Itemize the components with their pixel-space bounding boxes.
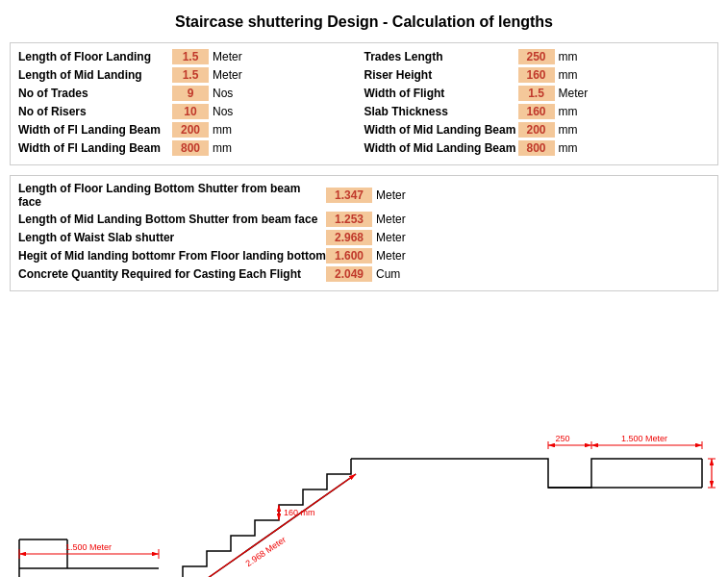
result-value-3: 2.968 (326, 230, 372, 245)
value-no-trades: 9 (172, 86, 209, 101)
result-label-3: Length of Waist Slab shutter (18, 231, 326, 244)
label-riser-height: Riser Height (364, 68, 518, 82)
input-row-4: No of Risers 10 Nos (18, 104, 364, 119)
result-row-2: Length of Mid Landing Bottom Shutter fro… (18, 212, 710, 227)
label-160: 160 mm (284, 508, 315, 517)
value-fl-beam-1: 200 (172, 122, 209, 138)
label-fl-beam-1: Width of Fl Landing Beam (18, 123, 172, 137)
result-unit-1: Meter (376, 188, 406, 202)
result-row-1: Length of Floor Landing Bottom Shutter f… (18, 182, 710, 209)
value-width-flight: 1.5 (518, 86, 555, 101)
value-riser-height: 160 (518, 67, 555, 83)
label-mid-beam-1: Width of Mid Landing Beam (364, 123, 518, 137)
unit-no-risers: Nos (213, 105, 233, 118)
result-label-1: Length of Floor Landing Bottom Shutter f… (18, 182, 326, 209)
result-unit-4: Meter (376, 249, 406, 263)
input-row-6: Width of Fl Landing Beam 800 mm (18, 140, 364, 156)
label-1500-top: 1.500 Meter (621, 434, 667, 443)
input-row-r4: Slab Thickness 160 mm (364, 104, 711, 119)
results-section: Length of Floor Landing Bottom Shutter f… (10, 175, 718, 291)
input-row-2: Length of Mid Landing 1.5 Meter (18, 67, 364, 83)
label-mid-landing: Length of Mid Landing (18, 68, 172, 82)
label-no-risers: No of Risers (18, 105, 172, 118)
label-1500-left: 1.500 Meter (65, 542, 112, 552)
input-row-r3: Width of Flight 1.5 Meter (364, 86, 711, 101)
value-mid-beam-2: 800 (518, 140, 555, 156)
staircase-diagram: 250 1.500 Meter 1.253 Meter 1.500 Meter … (10, 299, 721, 577)
value-floor-landing: 1.5 (172, 49, 209, 64)
label-250: 250 (555, 434, 569, 443)
label-2968: 2.968 Meter (244, 535, 288, 568)
label-mid-beam-2: Width of Mid Landing Beam (364, 141, 518, 155)
label-width-flight: Width of Flight (364, 87, 518, 100)
result-label-5: Concrete Quantity Required for Casting E… (18, 267, 326, 281)
value-mid-beam-1: 200 (518, 122, 555, 138)
result-value-5: 2.049 (326, 266, 372, 282)
unit-fl-beam-1: mm (213, 123, 232, 137)
unit-width-flight: Meter (559, 87, 589, 100)
value-fl-beam-2: 800 (172, 140, 209, 156)
result-unit-5: Cum (376, 267, 400, 281)
result-row-5: Concrete Quantity Required for Casting E… (18, 266, 710, 282)
unit-mid-beam-1: mm (559, 123, 578, 137)
label-fl-beam-2: Width of Fl Landing Beam (18, 141, 172, 155)
inputs-left: Length of Floor Landing 1.5 Meter Length… (18, 49, 364, 159)
input-row-1: Length of Floor Landing 1.5 Meter (18, 49, 364, 64)
label-slab-thickness: Slab Thickness (364, 105, 518, 118)
value-trades-length: 250 (518, 49, 555, 64)
value-mid-landing: 1.5 (172, 67, 209, 83)
label-no-trades: No of Trades (18, 87, 172, 100)
input-row-r6: Width of Mid Landing Beam 800 mm (364, 140, 711, 156)
result-value-1: 1.347 (326, 188, 372, 203)
input-section: Length of Floor Landing 1.5 Meter Length… (10, 42, 718, 165)
input-row-r1: Trades Length 250 mm (364, 49, 711, 64)
unit-mid-beam-2: mm (559, 141, 578, 155)
label-floor-landing: Length of Floor Landing (18, 50, 172, 63)
result-unit-2: Meter (376, 213, 406, 226)
result-value-2: 1.253 (326, 212, 372, 227)
unit-floor-landing: Meter (213, 50, 242, 63)
diagram-section: 250 1.500 Meter 1.253 Meter 1.500 Meter … (10, 299, 721, 577)
result-label-2: Length of Mid Landing Bottom Shutter fro… (18, 213, 326, 226)
result-value-4: 1.600 (326, 248, 372, 263)
unit-trades-length: mm (559, 50, 578, 63)
result-unit-3: Meter (376, 231, 406, 244)
input-row-r5: Width of Mid Landing Beam 200 mm (364, 122, 711, 138)
value-no-risers: 10 (172, 104, 209, 119)
unit-riser-height: mm (559, 68, 578, 82)
result-label-4: Hegit of Mid landing bottomr From Floor … (18, 249, 326, 263)
page-title: Staircase shuttering Design - Calculatio… (10, 13, 718, 31)
unit-fl-beam-2: mm (213, 141, 232, 155)
result-row-3: Length of Waist Slab shutter 2.968 Meter (18, 230, 710, 245)
value-slab-thickness: 160 (518, 104, 555, 119)
unit-mid-landing: Meter (213, 68, 242, 82)
input-row-r2: Riser Height 160 mm (364, 67, 711, 83)
input-row-3: No of Trades 9 Nos (18, 86, 364, 101)
input-row-5: Width of Fl Landing Beam 200 mm (18, 122, 364, 138)
label-trades-length: Trades Length (364, 50, 518, 63)
inputs-right: Trades Length 250 mm Riser Height 160 mm… (364, 49, 711, 159)
unit-no-trades: Nos (213, 87, 233, 100)
unit-slab-thickness: mm (559, 105, 578, 118)
result-row-4: Hegit of Mid landing bottomr From Floor … (18, 248, 710, 263)
